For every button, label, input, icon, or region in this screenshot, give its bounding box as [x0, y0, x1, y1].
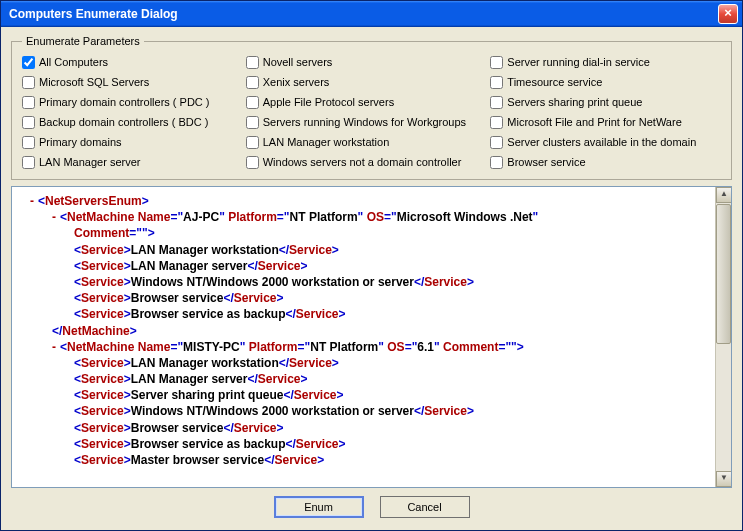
window-title: Computers Enumerate Dialog [9, 7, 718, 21]
param-label: LAN Manager workstation [263, 136, 390, 148]
param-checkbox[interactable] [490, 76, 503, 89]
param-label: Xenix servers [263, 76, 330, 88]
checkbox-item: LAN Manager workstation [246, 133, 477, 151]
param-checkbox[interactable] [22, 76, 35, 89]
param-label: LAN Manager server [39, 156, 141, 168]
checkbox-item: Timesource service [490, 73, 721, 91]
xml-content[interactable]: -<NetServersEnum>-<NetMachine Name="AJ-P… [12, 187, 715, 487]
param-checkbox[interactable] [22, 136, 35, 149]
param-label: Primary domains [39, 136, 122, 148]
xml-line: <Service>Browser service</Service> [18, 420, 711, 436]
param-checkbox[interactable] [490, 96, 503, 109]
checkbox-grid: All ComputersNovell serversServer runnin… [22, 53, 721, 171]
param-label: Servers sharing print queue [507, 96, 642, 108]
checkbox-item: Browser service [490, 153, 721, 171]
content-area: Enumerate Parameters All ComputersNovell… [1, 27, 742, 530]
checkbox-item: Windows servers not a domain controller [246, 153, 477, 171]
checkbox-item: Xenix servers [246, 73, 477, 91]
xml-line: <Service>Browser service as backup</Serv… [18, 306, 711, 322]
checkbox-item: Server clusters available in the domain [490, 133, 721, 151]
param-label: Timesource service [507, 76, 602, 88]
param-label: Microsoft SQL Servers [39, 76, 149, 88]
cancel-button[interactable]: Cancel [380, 496, 470, 518]
xml-line: <Service>LAN Manager workstation</Servic… [18, 242, 711, 258]
param-checkbox[interactable] [22, 156, 35, 169]
group-legend: Enumerate Parameters [22, 35, 144, 47]
xml-line: <Service>Server sharing print queue</Ser… [18, 387, 711, 403]
param-checkbox[interactable] [22, 56, 35, 69]
xml-line: <Service>Master browser service</Service… [18, 452, 711, 468]
xml-line: <Service>Windows NT/Windows 2000 worksta… [18, 274, 711, 290]
param-checkbox[interactable] [246, 56, 259, 69]
param-label: Primary domain controllers ( PDC ) [39, 96, 210, 108]
param-label: Server running dial-in service [507, 56, 649, 68]
param-label: Microsoft File and Print for NetWare [507, 116, 681, 128]
scroll-up-icon[interactable]: ▲ [716, 187, 732, 203]
titlebar: Computers Enumerate Dialog × [1, 1, 742, 27]
xml-output-panel: -<NetServersEnum>-<NetMachine Name="AJ-P… [11, 186, 732, 488]
param-label: Windows servers not a domain controller [263, 156, 462, 168]
checkbox-item: Backup domain controllers ( BDC ) [22, 113, 232, 131]
param-label: Server clusters available in the domain [507, 136, 696, 148]
checkbox-item: Apple File Protocol servers [246, 93, 477, 111]
enumerate-parameters-group: Enumerate Parameters All ComputersNovell… [11, 35, 732, 180]
checkbox-item: Primary domain controllers ( PDC ) [22, 93, 232, 111]
param-checkbox[interactable] [22, 96, 35, 109]
checkbox-item: Servers sharing print queue [490, 93, 721, 111]
checkbox-item: LAN Manager server [22, 153, 232, 171]
checkbox-item: Novell servers [246, 53, 477, 71]
close-button[interactable]: × [718, 4, 738, 24]
button-row: Enum Cancel [11, 496, 732, 520]
xml-line: <Service>LAN Manager server</Service> [18, 258, 711, 274]
xml-line: -<NetMachine Name="MISTY-PC" Platform="N… [18, 339, 711, 355]
param-label: All Computers [39, 56, 108, 68]
checkbox-item: Primary domains [22, 133, 232, 151]
param-label: Backup domain controllers ( BDC ) [39, 116, 208, 128]
xml-line: -<NetMachine Name="AJ-PC" Platform="NT P… [18, 209, 711, 225]
param-label: Browser service [507, 156, 585, 168]
vertical-scrollbar[interactable]: ▲ ▼ [715, 187, 731, 487]
checkbox-item: Microsoft SQL Servers [22, 73, 232, 91]
param-checkbox[interactable] [490, 116, 503, 129]
param-checkbox[interactable] [246, 136, 259, 149]
xml-line: </NetMachine> [18, 323, 711, 339]
param-checkbox[interactable] [490, 156, 503, 169]
enum-button[interactable]: Enum [274, 496, 364, 518]
param-checkbox[interactable] [246, 96, 259, 109]
xml-line: <Service>LAN Manager workstation</Servic… [18, 355, 711, 371]
param-checkbox[interactable] [246, 116, 259, 129]
xml-line: <Service>Windows NT/Windows 2000 worksta… [18, 403, 711, 419]
checkbox-item: Servers running Windows for Workgroups [246, 113, 477, 131]
param-checkbox[interactable] [490, 136, 503, 149]
param-checkbox[interactable] [490, 56, 503, 69]
xml-line: -<NetServersEnum> [18, 193, 711, 209]
param-checkbox[interactable] [246, 76, 259, 89]
xml-line: <Service>LAN Manager server</Service> [18, 371, 711, 387]
param-label: Servers running Windows for Workgroups [263, 116, 466, 128]
param-label: Apple File Protocol servers [263, 96, 394, 108]
scroll-down-icon[interactable]: ▼ [716, 471, 732, 487]
param-label: Novell servers [263, 56, 333, 68]
scroll-thumb[interactable] [716, 204, 731, 344]
dialog-window: Computers Enumerate Dialog × Enumerate P… [0, 0, 743, 531]
xml-line: <Service>Browser service</Service> [18, 290, 711, 306]
param-checkbox[interactable] [22, 116, 35, 129]
checkbox-item: Server running dial-in service [490, 53, 721, 71]
checkbox-item: All Computers [22, 53, 232, 71]
xml-line: Comment=""> [18, 225, 711, 241]
xml-line: <Service>Browser service as backup</Serv… [18, 436, 711, 452]
checkbox-item: Microsoft File and Print for NetWare [490, 113, 721, 131]
param-checkbox[interactable] [246, 156, 259, 169]
